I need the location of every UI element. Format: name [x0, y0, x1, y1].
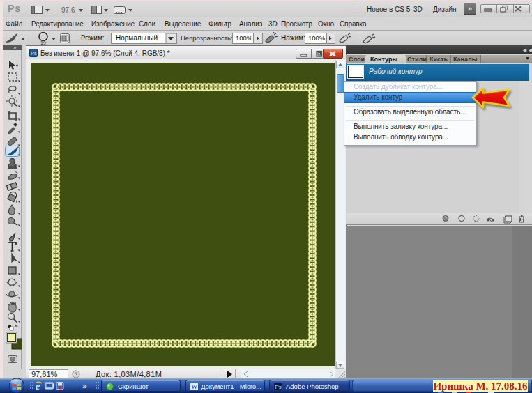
svg-text:Непрозрачность:: Непрозрачность:	[181, 34, 233, 42]
svg-text:»: »	[82, 381, 87, 391]
svg-text:Ps: Ps	[31, 50, 37, 56]
svg-text:100%: 100%	[308, 34, 326, 42]
svg-text:Режим:: Режим:	[81, 34, 105, 42]
svg-text:19: 19	[40, 40, 46, 45]
svg-text:100%: 100%	[236, 34, 253, 42]
svg-text:97,6: 97,6	[61, 6, 75, 14]
svg-text:W: W	[191, 383, 197, 390]
svg-text:Ps: Ps	[275, 384, 282, 390]
svg-text:Нажим:: Нажим:	[281, 34, 305, 42]
svg-text:Нормальный: Нормальный	[116, 34, 158, 42]
